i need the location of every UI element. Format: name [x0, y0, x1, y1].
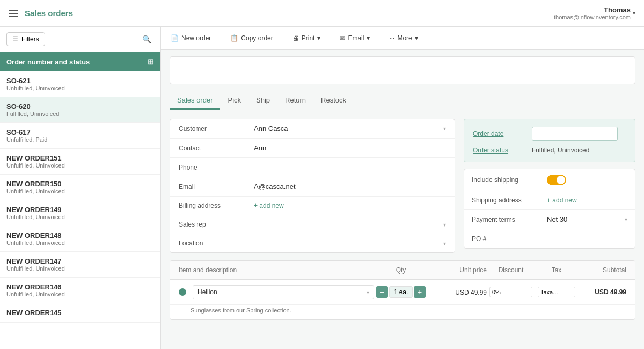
phone-row: Phone: [170, 158, 455, 177]
order-date-input[interactable]: 04/15/2020: [532, 127, 618, 141]
qty-decrease-button[interactable]: −: [376, 286, 388, 298]
payment-terms-chevron[interactable]: ▾: [625, 216, 627, 222]
sidebar-item[interactable]: NEW ORDER149 Unfulfilled, Uninvoiced: [0, 200, 160, 226]
order-status-label: Order status: [473, 147, 532, 154]
sales-rep-chevron[interactable]: ▾: [443, 222, 446, 228]
customer-chevron[interactable]: ▾: [443, 126, 446, 132]
filter-icon: ☰: [12, 35, 18, 43]
tab-pick[interactable]: Pick: [220, 92, 248, 110]
search-button[interactable]: 🔍: [140, 32, 154, 46]
sidebar-toolbar: ☰ Filters 🔍: [0, 27, 160, 52]
sidebar-item[interactable]: SO-621 Unfulfilled, Uninvoiced: [0, 71, 160, 97]
tab-ship[interactable]: Ship: [248, 92, 277, 110]
sidebar-item[interactable]: NEW ORDER147 Unfulfilled, Uninvoiced: [0, 252, 160, 278]
location-value: ▾: [254, 241, 446, 246]
billing-add-new[interactable]: + add new: [254, 202, 284, 209]
shipping-toggle[interactable]: [547, 174, 566, 185]
item-select-col: Hellion ▾: [179, 285, 374, 299]
sidebar-item[interactable]: NEW ORDER146 Unfulfilled, Uninvoiced: [0, 278, 160, 303]
qty-increase-button[interactable]: +: [414, 286, 426, 298]
sidebar-item[interactable]: NEW ORDER148 Unfulfilled, Uninvoiced: [0, 226, 160, 252]
hamburger-menu[interactable]: [9, 10, 18, 17]
billing-row: Billing address + add new: [170, 197, 455, 215]
table-row: Hellion ▾ − + 0%5%10%: [170, 280, 635, 319]
order-status-value: Fulfilled, Uninvoiced: [532, 146, 626, 154]
po-input[interactable]: [547, 235, 635, 243]
order-right-panel: Order date 04/15/2020 Order status Fulfi…: [464, 119, 635, 253]
contact-value: Ann: [254, 144, 446, 152]
sidebar-section-header: Order number and status ⊞: [0, 52, 160, 71]
order-meta-box: Order date 04/15/2020 Order status Fulfi…: [464, 119, 635, 162]
customer-row: Customer Ann Casca ▾: [170, 119, 455, 139]
form-content: Customer Ann Casca ▾ Contact Ann Phone: [170, 119, 635, 253]
shipping-address-value: + add new: [547, 197, 627, 204]
sidebar-item[interactable]: NEW ORDER151 Unfulfilled, Uninvoiced: [0, 149, 160, 174]
new-order-button[interactable]: 📄 New order: [170, 32, 212, 44]
items-table-header: Item and description Qty Unit price Disc…: [170, 261, 635, 280]
sidebar-item-status: Unfulfilled, Uninvoiced: [6, 239, 154, 246]
items-rows: Hellion ▾ − + 0%5%10%: [170, 280, 635, 319]
sidebar-item-id: SO-617: [6, 128, 154, 136]
copy-order-button[interactable]: 📋 Copy order: [229, 32, 274, 44]
qty-input[interactable]: [389, 286, 413, 298]
sidebar-item-id: NEW ORDER145: [6, 309, 154, 317]
sidebar-item[interactable]: SO-617 Unfulfilled, Paid: [0, 123, 160, 149]
contact-text: Ann: [254, 144, 266, 152]
shipping-add-new[interactable]: + add new: [547, 197, 577, 204]
customer-label: Customer: [179, 125, 254, 133]
filter-label: Filters: [21, 35, 39, 43]
nav-right: Thomas thomas@inflowinventory.com ▾: [554, 6, 635, 20]
contact-label: Contact: [179, 144, 254, 152]
copy-order-label: Copy order: [241, 34, 273, 42]
subtotal-value: USD 49.99: [578, 288, 626, 296]
item-select-chevron: ▾: [367, 289, 369, 295]
new-order-label: New order: [181, 34, 211, 42]
tab-restock[interactable]: Restock: [313, 92, 354, 110]
app-title: Sales orders: [25, 9, 73, 18]
sidebar-item[interactable]: NEW ORDER145: [0, 303, 160, 323]
contact-row: Contact Ann: [170, 139, 455, 158]
user-menu-chevron[interactable]: ▾: [633, 10, 635, 16]
email-button[interactable]: ✉ Email ▾: [339, 32, 371, 44]
more-button[interactable]: ··· More ▾: [388, 32, 419, 44]
sidebar-item-id: SO-621: [6, 77, 154, 85]
customer-text: Ann Casca: [254, 125, 288, 133]
sidebar-item-id: NEW ORDER146: [6, 283, 154, 291]
content-area: 📄 New order 📋 Copy order 🖨 Print ▾ ✉ Ema…: [161, 27, 644, 349]
sidebar-item[interactable]: SO-620 Fulfilled, Uninvoiced: [0, 97, 160, 123]
location-chevron[interactable]: ▾: [443, 241, 446, 246]
sidebar-filter-icon[interactable]: ⊞: [148, 57, 154, 66]
print-button[interactable]: 🖨 Print ▾: [291, 32, 322, 44]
shipping-payment-box: Include shipping Shipping address + add …: [464, 169, 635, 249]
print-chevron: ▾: [317, 34, 320, 42]
sidebar-item-id: SO-620: [6, 103, 154, 111]
order-date-label[interactable]: Order date: [473, 130, 532, 137]
phone-input[interactable]: [254, 163, 446, 171]
filter-button[interactable]: ☰ Filters: [6, 32, 45, 46]
order-form: Customer Ann Casca ▾ Contact Ann Phone: [170, 119, 455, 253]
main-layout: ☰ Filters 🔍 Order number and status ⊞ SO…: [0, 27, 644, 349]
email-label: Email: [348, 34, 364, 42]
sales-rep-label: Sales rep: [179, 221, 254, 228]
location-label: Location: [179, 239, 254, 247]
sidebar-item-status: Fulfilled, Uninvoiced: [6, 111, 154, 117]
order-number-input[interactable]: SO-620: [179, 63, 626, 77]
unit-price-input[interactable]: [428, 289, 487, 296]
sidebar-item-status: Unfulfilled, Uninvoiced: [6, 214, 154, 220]
order-number-box: SO-620: [170, 56, 635, 84]
include-shipping-label: Include shipping: [472, 176, 547, 184]
tax-select[interactable]: Taxa...None: [538, 287, 575, 297]
item-name-select[interactable]: Hellion ▾: [193, 285, 374, 299]
discount-select[interactable]: 0%5%10%: [489, 287, 532, 297]
sidebar-item[interactable]: NEW ORDER150 Unfulfilled, Uninvoiced: [0, 174, 160, 200]
copy-icon: 📋: [230, 34, 238, 42]
order-date-row: Order date 04/15/2020: [473, 127, 626, 141]
po-value: [547, 235, 635, 243]
item-description: Sunglasses from our Spring collection.: [170, 305, 635, 319]
shipping-address-row: Shipping address + add new: [464, 191, 635, 210]
email-icon: ✉: [340, 34, 345, 42]
tab-return[interactable]: Return: [277, 92, 313, 110]
new-order-icon: 📄: [171, 34, 179, 42]
tab-sales-order[interactable]: Sales order: [170, 92, 220, 110]
sidebar-item-status: Unfulfilled, Paid: [6, 136, 154, 143]
